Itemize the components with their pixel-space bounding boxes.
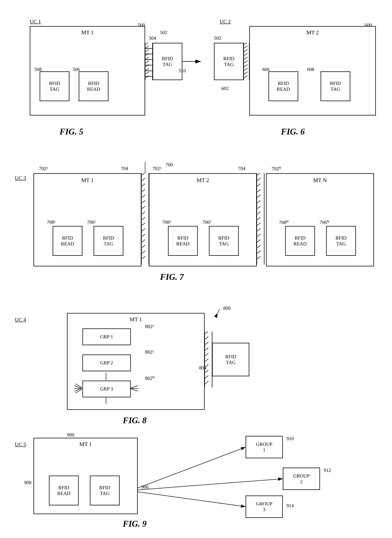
svg-line-26 (244, 53, 247, 56)
svg-line-62 (257, 217, 261, 220)
ref-708-2: 708² (162, 219, 171, 225)
ref-706-1: 706¹ (87, 219, 96, 225)
svg-line-32 (244, 76, 247, 78)
fig56-area: UC 1 MT 1 RFID TAG RFID READ 508 506 500… (15, 11, 387, 157)
svg-line-9 (146, 46, 149, 48)
fig9-group3-box: GROUP 3 (246, 495, 283, 518)
fig8-grp3-box: GRP 3 (82, 381, 131, 397)
ref-702-2: 702² (153, 166, 161, 171)
svg-line-12 (146, 57, 149, 59)
ref-508: 508 (34, 67, 42, 72)
svg-line-13 (146, 61, 149, 63)
ref-912: 912 (324, 468, 331, 473)
svg-line-23 (244, 43, 247, 44)
ref-800: 800 (223, 305, 230, 311)
fig7-uc-label: UC 3 (15, 175, 26, 181)
svg-line-29 (244, 64, 247, 67)
fig9-mt1-box: MT 1 RFID READ RFID TAG (33, 438, 138, 514)
svg-line-85 (205, 348, 208, 350)
fig9-group2-box: GROUP 2 (283, 468, 320, 490)
svg-line-57 (257, 189, 261, 192)
svg-line-36 (142, 178, 145, 181)
fig8-uc-label: UC 4 (15, 317, 26, 323)
fig8-area: UC 4 800 MT 1 GRP 1 GRP 2 GRP 3 (15, 302, 387, 428)
svg-line-95 (138, 447, 246, 488)
svg-line-96 (138, 479, 283, 490)
ref-802-N: 802ᴺ (145, 375, 155, 381)
svg-line-59 (257, 200, 261, 203)
fig7-mt2-label: MT 2 (197, 177, 209, 184)
ref-704-2: 704 (238, 166, 245, 171)
fig5-rfid-tag-508: RFID TAG (40, 71, 69, 101)
svg-line-82 (205, 332, 208, 333)
svg-line-44 (142, 223, 145, 225)
svg-line-67 (257, 245, 261, 248)
svg-line-93 (218, 309, 219, 313)
fig7-mt1-label: MT 1 (81, 177, 94, 184)
svg-line-27 (244, 57, 247, 59)
svg-line-48 (142, 245, 145, 248)
ref-608: 608 (307, 67, 314, 72)
ref-702-N: 702ᴺ (272, 166, 281, 171)
fig9-rfid-read: RFID READ (49, 476, 79, 505)
svg-line-56 (257, 184, 261, 186)
ref-706-2: 706² (202, 219, 211, 225)
svg-line-50 (142, 256, 145, 259)
svg-line-86 (205, 353, 208, 356)
fig9-group1-box: GROUP 1 (246, 436, 283, 458)
svg-line-16 (146, 72, 149, 74)
svg-line-69 (257, 256, 261, 259)
svg-line-8 (146, 43, 148, 44)
svg-line-91 (205, 381, 208, 384)
svg-line-43 (142, 217, 145, 220)
ref-504: 504 (149, 35, 156, 41)
fig5-rfid-read-506: RFID READ (79, 71, 108, 101)
ref-908: 908 (24, 480, 32, 486)
ref-906: 906 (141, 484, 149, 490)
fig8-mt1-label: MT 1 (130, 316, 142, 323)
fig6-rfid-read-606: RFID READ (268, 71, 298, 101)
svg-line-35 (142, 173, 145, 175)
fig5-mt1-label: MT 1 (81, 29, 94, 36)
ref-708-N: 708ᴺ (279, 219, 289, 225)
fig5-uc-label: UC 1 (30, 19, 41, 25)
fig6-rfid-tag-608: RFID TAG (321, 71, 350, 101)
ref-804: 804 (199, 365, 206, 371)
fig6-label: FIG. 6 (281, 127, 305, 137)
fig8-rfid-tag: RFID TAG (212, 343, 249, 376)
ref-702-1: 702¹ (39, 166, 48, 171)
svg-line-31 (244, 72, 247, 74)
svg-line-64 (257, 229, 261, 231)
svg-line-84 (205, 342, 208, 345)
svg-line-25 (244, 50, 247, 52)
svg-line-30 (244, 68, 247, 70)
fig9-area: UC 5 900 MT 1 RFID READ RFID TAG 908 GRO… (15, 430, 387, 533)
ref-802-1: 802¹ (145, 324, 154, 329)
svg-line-54 (257, 173, 260, 175)
fig8-grp1-box: GRP 1 (82, 329, 131, 345)
svg-line-45 (142, 229, 145, 231)
ref-910: 910 (286, 436, 294, 442)
fig7-area: UC 3 700 702¹ 704 MT 1 RFID READ RFID TA… (15, 160, 387, 290)
fig5-label: FIG. 5 (60, 127, 83, 137)
svg-line-39 (142, 195, 145, 197)
fig7-rfid-read-N: RFID READ (285, 226, 315, 256)
fig9-uc-label: UC 5 (15, 442, 26, 448)
ref-602: 602 (221, 86, 229, 91)
fig9-mt1-label: MT 1 (79, 441, 92, 447)
svg-line-11 (146, 53, 149, 56)
fig6-rfid-tag-602: RFID TAG (214, 43, 244, 80)
svg-line-83 (205, 336, 208, 339)
ref-606: 606 (262, 67, 270, 72)
svg-line-87 (205, 359, 208, 362)
ref-708-1: 708¹ (47, 219, 56, 225)
fig7-mtN-label: MT N (313, 177, 327, 184)
fig8-label: FIG. 8 (123, 415, 147, 425)
ref-700: 700 (166, 162, 173, 168)
fig7-rfid-read-1: RFID READ (53, 226, 82, 256)
ref-500: 500 (138, 22, 145, 28)
ref-802-2: 802² (145, 349, 154, 355)
svg-line-90 (205, 376, 208, 378)
ref-900: 900 (67, 432, 74, 438)
fig7-rfid-tag-N: RFID TAG (326, 226, 356, 256)
